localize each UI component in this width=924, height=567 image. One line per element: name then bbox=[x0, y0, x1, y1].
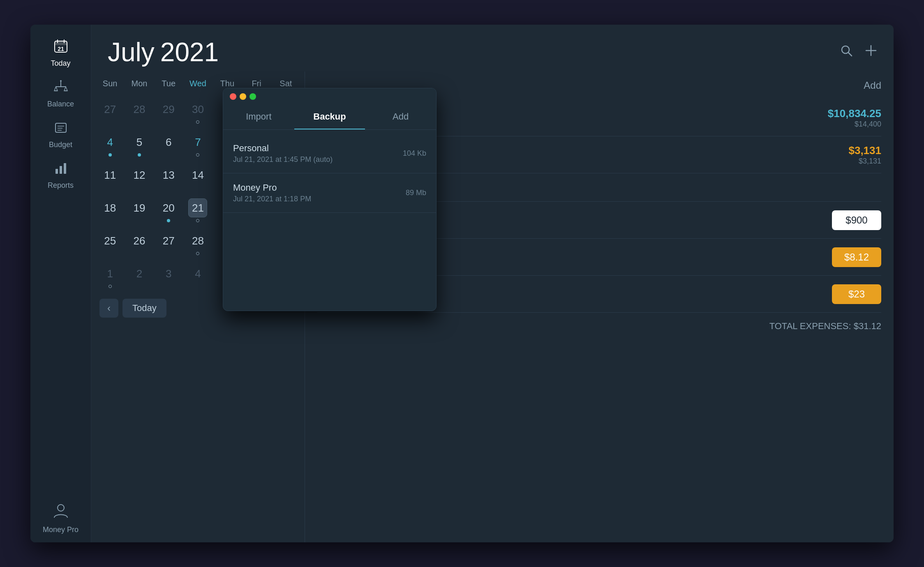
calendar-cell[interactable]: 12 bbox=[125, 161, 154, 194]
sidebar: 21 Today Balance bbox=[30, 25, 91, 542]
calendar-cell[interactable]: 29 bbox=[154, 96, 183, 129]
day-sun: Sun bbox=[95, 76, 125, 92]
calendar-cell[interactable]: 30 bbox=[183, 96, 213, 129]
main-content: July2021 bbox=[91, 25, 894, 542]
svg-rect-10 bbox=[55, 123, 66, 132]
user-icon bbox=[52, 502, 69, 523]
calendar-cell-today[interactable]: 21 bbox=[183, 194, 213, 227]
svg-point-5 bbox=[60, 80, 62, 82]
calendar-icon: 21 bbox=[53, 39, 68, 57]
svg-text:21: 21 bbox=[58, 46, 64, 52]
total-expenses: TOTAL EXPENSES: $31.12 bbox=[317, 313, 881, 340]
transaction-amounts: $3,131 $3,131 bbox=[848, 144, 881, 166]
backup-date: Jul 21, 2021 at 1:45 PM (auto) bbox=[233, 155, 403, 164]
transaction-amounts: $10,834.25 $14,400 bbox=[828, 107, 881, 129]
sidebar-today-label: Today bbox=[51, 59, 70, 68]
calendar-cell[interactable]: 13 bbox=[154, 161, 183, 194]
calendar-cell[interactable]: 28 bbox=[183, 227, 213, 260]
add-header-icon[interactable] bbox=[865, 44, 877, 60]
calendar-cell[interactable]: 27 bbox=[95, 96, 125, 129]
balance-icon bbox=[53, 79, 68, 97]
calendar-cell[interactable]: 4 bbox=[183, 260, 213, 293]
backup-dialog: Import Backup Add Personal bbox=[223, 88, 437, 311]
svg-rect-14 bbox=[55, 169, 58, 174]
calendar-cell[interactable]: 28 bbox=[125, 96, 154, 129]
header-year: 2021 bbox=[160, 37, 219, 67]
calendar-cell[interactable]: 4 bbox=[95, 129, 125, 161]
reports-icon bbox=[53, 161, 68, 179]
header-month: July bbox=[108, 37, 155, 67]
header-title: July2021 bbox=[108, 37, 219, 67]
svg-rect-15 bbox=[60, 166, 62, 174]
header: July2021 bbox=[91, 25, 894, 71]
sidebar-moneypro-label: Money Pro bbox=[43, 526, 79, 534]
today-button[interactable]: Today bbox=[122, 299, 166, 318]
app-window: 21 Today Balance bbox=[30, 25, 894, 542]
backup-item-moneypro[interactable]: Money Pro Jul 21, 2021 at 1:18 PM 89 Mb bbox=[223, 173, 436, 213]
day-tue: Tue bbox=[154, 76, 183, 92]
sidebar-reports-label: Reports bbox=[48, 181, 74, 190]
day-mon: Mon bbox=[125, 76, 154, 92]
backup-item-personal[interactable]: Personal Jul 21, 2021 at 1:45 PM (auto) … bbox=[223, 134, 436, 173]
header-icons bbox=[840, 44, 877, 60]
dialog-content: Personal Jul 21, 2021 at 1:45 PM (auto) … bbox=[223, 130, 436, 311]
calendar-cell[interactable]: 20 bbox=[154, 194, 183, 227]
calendar-cell[interactable]: 3 bbox=[154, 260, 183, 293]
sidebar-balance-label: Balance bbox=[47, 100, 74, 108]
backup-name: Money Pro bbox=[233, 182, 406, 193]
dialog-titlebar bbox=[223, 88, 436, 105]
dialog-tab-add[interactable]: Add bbox=[365, 105, 436, 129]
dialog-tab-import[interactable]: Import bbox=[223, 105, 294, 129]
budget-icon bbox=[53, 120, 68, 138]
transaction-amount-yellow: $3,131 bbox=[848, 144, 881, 157]
minimize-button[interactable] bbox=[240, 93, 246, 100]
calendar-cell[interactable]: 19 bbox=[125, 194, 154, 227]
calendar-cell[interactable]: 27 bbox=[154, 227, 183, 260]
add-transaction-button[interactable]: Add bbox=[864, 80, 881, 91]
sidebar-item-reports[interactable]: Reports bbox=[30, 155, 91, 196]
transaction-amount-secondary: $3,131 bbox=[848, 157, 881, 166]
prev-month-button[interactable]: ‹ bbox=[99, 299, 118, 318]
transaction-amount-box-yellow: $8.12 bbox=[832, 247, 881, 267]
sidebar-budget-label: Budget bbox=[49, 141, 72, 149]
calendar-cell[interactable]: 6 bbox=[154, 129, 183, 161]
calendar-cell[interactable]: 14 bbox=[183, 161, 213, 194]
backup-date: Jul 21, 2021 at 1:18 PM bbox=[233, 195, 406, 203]
sidebar-item-balance[interactable]: Balance bbox=[30, 74, 91, 114]
dialog-tabs: Import Backup Add bbox=[223, 105, 436, 130]
transaction-amount-blue: $10,834.25 bbox=[828, 107, 881, 120]
sidebar-item-today[interactable]: 21 Today bbox=[30, 33, 91, 74]
svg-rect-1 bbox=[55, 41, 67, 45]
day-wed: Wed bbox=[183, 76, 213, 92]
backup-name: Personal bbox=[233, 143, 403, 154]
search-icon[interactable] bbox=[840, 44, 852, 60]
calendar-cell[interactable]: 11 bbox=[95, 161, 125, 194]
calendar-cell[interactable]: 2 bbox=[125, 260, 154, 293]
calendar-cell[interactable]: 1 bbox=[95, 260, 125, 293]
calendar-cell[interactable]: 5 bbox=[125, 129, 154, 161]
calendar-cell[interactable]: 7 bbox=[183, 129, 213, 161]
sidebar-item-moneypro[interactable]: Money Pro bbox=[30, 494, 91, 542]
content-area: Sun Mon Tue Wed Thu Fri Sat 27 28 29 30 bbox=[91, 71, 894, 542]
svg-line-19 bbox=[848, 53, 852, 56]
svg-point-17 bbox=[58, 505, 64, 511]
svg-rect-16 bbox=[64, 163, 66, 174]
transaction-amount-secondary: $14,400 bbox=[828, 120, 881, 129]
maximize-button[interactable] bbox=[249, 93, 256, 100]
backup-size: 104 Kb bbox=[403, 149, 426, 158]
calendar-cell[interactable]: 25 bbox=[95, 227, 125, 260]
transaction-amount-box-yellow: $23 bbox=[832, 284, 881, 304]
dialog-tab-backup[interactable]: Backup bbox=[294, 105, 365, 129]
close-button[interactable] bbox=[230, 93, 236, 100]
transaction-amount-box-white: $900 bbox=[832, 210, 881, 230]
sidebar-item-budget[interactable]: Budget bbox=[30, 114, 91, 155]
calendar-cell[interactable]: 18 bbox=[95, 194, 125, 227]
calendar-cell[interactable]: 26 bbox=[125, 227, 154, 260]
backup-size: 89 Mb bbox=[406, 189, 426, 197]
